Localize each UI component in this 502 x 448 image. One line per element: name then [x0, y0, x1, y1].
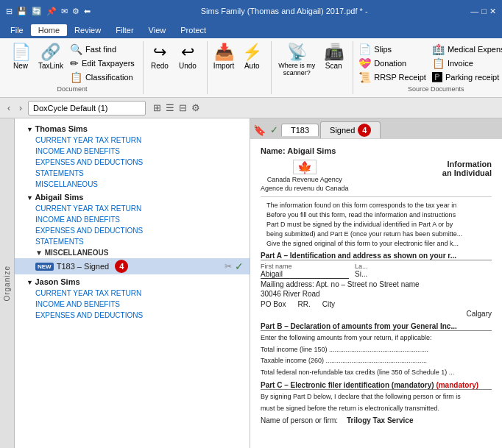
classification-button[interactable]: 📋 Classification	[68, 71, 137, 84]
auto-button[interactable]: ⚡ Auto	[238, 43, 265, 71]
settings-btn[interactable]: ⚙	[190, 101, 202, 115]
title-bar-icons: ⊟ 💾 🔄 📌 ✉ ⚙ ⬅	[6, 7, 91, 16]
rrsp-icon: 📜	[358, 71, 371, 83]
redo-icon: ↪	[153, 44, 166, 60]
person-jason-sims[interactable]: Jason Sims	[15, 274, 250, 288]
menu-bar: File Home Review Filter View Protect	[0, 22, 502, 38]
thomas-current-year[interactable]: CURRENT YEAR TAX RETURN	[15, 135, 250, 146]
tab-check-icon: ✓	[270, 124, 278, 135]
person-thomas-sims[interactable]: Thomas Sims	[15, 121, 250, 135]
edit-taxpayers-button[interactable]: ✏ Edit Taxpayers	[68, 57, 137, 70]
window-title: Sims Family (Thomas and Abigail) 2017.pd…	[98, 7, 470, 15]
part-c-text1: By signing Part D below, I declare that …	[261, 392, 492, 402]
organize-tab[interactable]: Organize	[0, 118, 15, 448]
menu-home[interactable]: Home	[31, 24, 67, 36]
bullet-3: Part D must be signed by the individual …	[261, 221, 492, 228]
classification-label: Classification	[85, 73, 133, 82]
refresh-icon[interactable]: 🔄	[32, 7, 42, 16]
gov-header: 🍁 Canada Revenue Agency Agence du revenu…	[261, 160, 492, 197]
abigail-current-year[interactable]: CURRENT YEAR TAX RETURN	[15, 203, 250, 214]
firm-label: Name of person or firm:	[261, 416, 338, 424]
thomas-expenses[interactable]: EXPENSES AND DEDUCTIONS	[15, 157, 250, 168]
where-is-scanner-button[interactable]: 📡 Where is my scanner?	[275, 43, 319, 78]
pin-icon[interactable]: 📌	[46, 7, 57, 16]
city-label: City	[322, 300, 335, 308]
mailing-value: 30046 River Road	[261, 290, 492, 298]
menu-review[interactable]: Review	[67, 24, 108, 36]
donation-icon: 💝	[358, 57, 371, 69]
new-icon: 📄	[11, 44, 31, 60]
edit-taxpayers-label: Edit Taxpayers	[82, 59, 135, 68]
profile-dropdown[interactable]: DoxCycle Default (1)	[28, 101, 146, 115]
email-icon[interactable]: ✉	[61, 7, 68, 16]
menu-filter[interactable]: Filter	[108, 24, 141, 36]
abigail-income-benefits[interactable]: INCOME AND BENEFITS	[15, 214, 250, 225]
auto-icon: ⚡	[242, 44, 262, 60]
signed-tab-label: Signed	[330, 126, 355, 135]
thomas-income-benefits[interactable]: INCOME AND BENEFITS	[15, 146, 250, 157]
ribbon-group-undoredo: ↪ Redo ↩ Undo	[144, 41, 208, 94]
rr-label: RR.	[297, 300, 310, 308]
rrsp-receipt-button[interactable]: 📜 RRSP Receipt	[356, 71, 428, 84]
city-value: Calgary	[261, 310, 492, 318]
settings-icon[interactable]: ⚙	[72, 7, 79, 16]
last-name-value: Si...	[355, 270, 368, 278]
scan-label: Scan	[325, 62, 342, 70]
part-b-title: Part B – Declaration of amounts from you…	[261, 322, 492, 331]
source-docs-label: Source Documents	[408, 85, 464, 93]
view-icon-2[interactable]: ☰	[164, 101, 176, 115]
new-label: New	[13, 62, 28, 70]
abigail-statements[interactable]: STATEMENTS	[15, 236, 250, 247]
abigail-miscellaneous-header[interactable]: ▼ MISCELLANEOUS	[15, 247, 250, 258]
bullet-1: The information found on this form corre…	[261, 202, 492, 209]
parking-label: Parking receipt	[445, 73, 499, 82]
invoice-icon: 📋	[432, 57, 445, 69]
undo-button[interactable]: ↩ Undo	[174, 43, 201, 71]
menu-protect[interactable]: Protect	[173, 24, 213, 36]
undo-label: Undo	[179, 62, 197, 70]
nav-back[interactable]: ‹	[4, 102, 13, 115]
new-badge: NEW	[35, 263, 54, 271]
taxlink-button[interactable]: 🔗 TaxLink	[35, 43, 66, 71]
nav-forward[interactable]: ›	[16, 102, 25, 115]
medical-expenses-button[interactable]: 🏥 Medical Expenses	[430, 43, 502, 56]
redo-button[interactable]: ↪ Redo	[146, 43, 173, 71]
slips-button[interactable]: 📄 Slips	[356, 43, 428, 56]
thomas-miscellaneous[interactable]: MISCELLANEOUS	[15, 179, 250, 190]
save-icon[interactable]: 💾	[17, 7, 27, 16]
check-icon: ✓	[235, 260, 244, 272]
abigail-t183-item[interactable]: NEW T183 – Signed 4 ✂ ✓	[15, 258, 250, 274]
taxlink-label: TaxLink	[38, 62, 63, 70]
jason-income-benefits[interactable]: INCOME AND BENEFITS	[15, 299, 250, 310]
window-controls[interactable]: —□✕	[470, 7, 496, 16]
jason-expenses[interactable]: EXPENSES AND DEDUCTIONS	[15, 310, 250, 321]
slips-label: Slips	[374, 45, 392, 54]
fast-find-label: Fast find	[85, 45, 116, 54]
scissors-icon[interactable]: ✂	[225, 261, 232, 271]
thomas-statements[interactable]: STATEMENTS	[15, 168, 250, 179]
fast-find-button[interactable]: 🔍 Fast find	[68, 43, 137, 56]
menu-view[interactable]: View	[141, 24, 174, 36]
canada-flag: 🍁	[293, 160, 317, 174]
back-icon[interactable]: ⬅	[84, 7, 91, 16]
new-button[interactable]: 📄 New	[7, 43, 34, 71]
menu-file[interactable]: File	[3, 24, 31, 36]
medical-label: Medical Expenses	[448, 45, 502, 54]
bookmark-icon: 🔖	[253, 124, 266, 136]
tab-t183[interactable]: T183	[281, 124, 319, 136]
import-button[interactable]: 📥 Import	[211, 43, 237, 71]
jason-current-year[interactable]: CURRENT YEAR TAX RETURN	[15, 288, 250, 299]
abigail-expenses[interactable]: EXPENSES AND DEDUCTIONS	[15, 225, 250, 236]
view-icon-1[interactable]: ⊞	[152, 101, 163, 115]
classification-icon: 📋	[70, 71, 82, 83]
first-name-value: Abigail	[261, 270, 349, 279]
invoice-label: Invoice	[448, 59, 473, 68]
invoice-button[interactable]: 📋 Invoice	[430, 57, 502, 70]
parking-receipt-button[interactable]: 🅿 Parking receipt	[430, 71, 502, 84]
scan-button[interactable]: 📠 Scan	[320, 43, 347, 71]
left-panel: Thomas Sims CURRENT YEAR TAX RETURN INCO…	[15, 118, 250, 448]
donation-button[interactable]: 💝 Donation	[356, 57, 428, 70]
view-icon-3[interactable]: ⊟	[177, 101, 188, 115]
person-abigail-sims[interactable]: Abigail Sims	[15, 190, 250, 203]
tab-signed[interactable]: Signed 4	[320, 121, 381, 138]
